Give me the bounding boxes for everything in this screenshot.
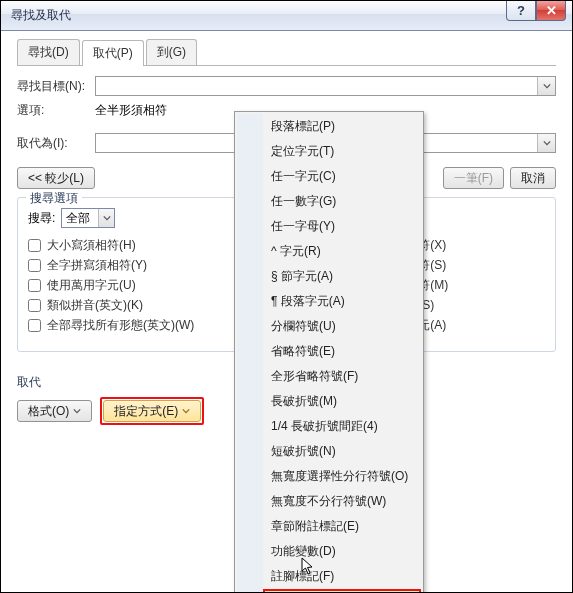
menu-item[interactable]: 註腳標記(F) xyxy=(263,564,421,589)
find-row: 尋找目標(N): xyxy=(17,76,556,96)
tab-find[interactable]: 尋找(D) xyxy=(17,39,80,65)
options-label: 選項: xyxy=(17,102,95,119)
menu-item[interactable]: 分欄符號(U) xyxy=(263,314,421,339)
special-button-highlight: 指定方式(E) xyxy=(100,397,204,425)
menu-item[interactable]: 全形省略符號(F) xyxy=(263,364,421,389)
tab-replace[interactable]: 取代(P) xyxy=(82,40,144,66)
search-direction-value: 全部 xyxy=(66,210,90,227)
chevron-down-icon[interactable] xyxy=(537,134,555,152)
chevron-down-icon[interactable] xyxy=(537,77,555,95)
find-label: 尋找目標(N): xyxy=(17,78,95,95)
help-button[interactable]: ? xyxy=(506,1,536,21)
chk-soundslike[interactable]: 類似拼音(英文)(K) xyxy=(28,297,194,314)
menu-item[interactable]: 長破折號(M) xyxy=(263,389,421,414)
special-menu: 段落標記(P)定位字元(T)任一字元(C)任一數字(G)任一字母(Y)^ 字元(… xyxy=(234,111,424,593)
options-value: 全半形須相符 xyxy=(95,102,167,119)
tabs: 尋找(D) 取代(P) 到(G) xyxy=(17,39,556,66)
find-input[interactable] xyxy=(95,76,556,96)
menu-item[interactable]: 無寬度選擇性分行符號(O) xyxy=(263,464,421,489)
replace-label: 取代為(I): xyxy=(17,135,95,152)
chk-wildcards[interactable]: 使用萬用字元(U) xyxy=(28,277,194,294)
menu-item[interactable]: 任一字元(C) xyxy=(263,164,421,189)
search-direction-select[interactable]: 全部 xyxy=(61,208,115,228)
menu-item[interactable]: 任一字母(Y) xyxy=(263,214,421,239)
menu-item[interactable]: 圖形(I) xyxy=(263,589,421,593)
window-buttons: ? ✕ xyxy=(506,1,566,21)
menu-item[interactable]: ^ 字元(R) xyxy=(263,239,421,264)
menu-item[interactable]: § 節字元(A) xyxy=(263,264,421,289)
menu-item[interactable]: 省略符號(E) xyxy=(263,339,421,364)
findnext-button[interactable]: 一筆(F) xyxy=(443,167,504,189)
menu-item[interactable]: ¶ 段落字元(A) xyxy=(263,289,421,314)
tab-goto[interactable]: 到(G) xyxy=(146,39,197,65)
chevron-down-icon xyxy=(182,407,190,415)
chk-wholeword[interactable]: 全字拼寫須相符(Y) xyxy=(28,257,194,274)
less-button[interactable]: << 較少(L) xyxy=(17,167,95,189)
cancel-button[interactable]: 取消 xyxy=(510,167,556,189)
titlebar: 尋找及取代 ? ✕ xyxy=(1,1,572,31)
fieldset-legend: 搜尋選項 xyxy=(26,190,82,207)
close-button[interactable]: ✕ xyxy=(536,1,566,21)
special-button[interactable]: 指定方式(E) xyxy=(103,400,201,422)
chevron-down-icon xyxy=(73,407,81,415)
menu-item[interactable]: 無寬度不分行符號(W) xyxy=(263,489,421,514)
menu-item[interactable]: 章節附註標記(E) xyxy=(263,514,421,539)
search-direction-label: 搜尋: xyxy=(28,210,55,227)
chk-allforms[interactable]: 全部尋找所有形態(英文)(W) xyxy=(28,317,194,334)
window-title: 尋找及取代 xyxy=(11,7,71,24)
menu-item[interactable]: 任一數字(G) xyxy=(263,189,421,214)
chevron-down-icon xyxy=(98,209,114,227)
menu-item[interactable]: 1/4 長破折號間距(4) xyxy=(263,414,421,439)
menu-item[interactable]: 段落標記(P) xyxy=(263,114,421,139)
menu-item[interactable]: 定位字元(T) xyxy=(263,139,421,164)
format-button[interactable]: 格式(O) xyxy=(17,400,92,422)
menu-item[interactable]: 短破折號(N) xyxy=(263,439,421,464)
chk-matchcase[interactable]: 大小寫須相符(H) xyxy=(28,237,194,254)
menu-item[interactable]: 功能變數(D) xyxy=(263,539,421,564)
